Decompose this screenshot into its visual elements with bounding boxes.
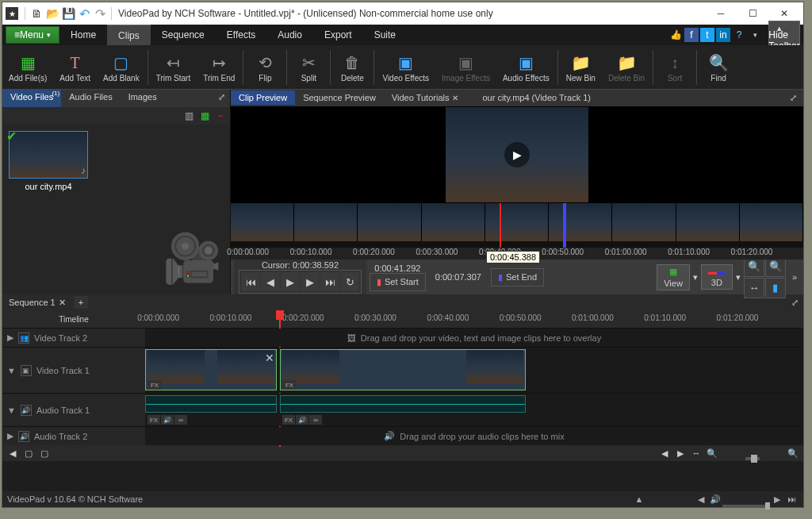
zoom-out-tl-icon[interactable]: 🔍 (705, 448, 719, 459)
3d-dropdown-icon[interactable]: ▾ (736, 272, 741, 283)
next-frame-icon[interactable]: ▶ (301, 272, 320, 291)
track-expand-icon[interactable]: ▶ (7, 333, 13, 343)
tab-sequence-preview[interactable]: Sequence Preview (295, 90, 384, 105)
menu-suite[interactable]: Suite (363, 25, 407, 45)
audio-clip[interactable]: FX🔊∞ (280, 395, 526, 413)
view-dropdown-icon[interactable]: ▾ (693, 272, 698, 283)
tab-video-files[interactable]: Video Files(1) (2, 90, 61, 107)
expand-icon[interactable]: ⤢ (213, 90, 230, 107)
set-start-button[interactable]: ▮Set Start (370, 273, 426, 291)
bin-icon[interactable]: ▥ (182, 110, 195, 122)
scroll-right-icon[interactable]: ▶ (673, 448, 688, 459)
track-expand-icon[interactable]: ▼ (7, 406, 16, 415)
close-icon[interactable]: ✕ (59, 298, 66, 308)
flip-button[interactable]: ⟲Flip (245, 50, 285, 84)
new-bin-button[interactable]: 📁New Bin (560, 50, 602, 84)
tl-square2-icon[interactable]: ▢ (37, 448, 52, 459)
audio-track-2[interactable]: 🔊Drag and drop your audio clips here to … (145, 427, 803, 445)
track-audio-icon[interactable]: 🔊 (21, 405, 32, 416)
end-marker[interactable] (563, 203, 566, 248)
video-track-1[interactable]: ✕ FX FX (145, 348, 803, 393)
status-next-icon[interactable]: ▶ (770, 494, 784, 505)
start-marker[interactable] (500, 203, 501, 248)
tab-images[interactable]: Images (121, 90, 165, 107)
fit-icon[interactable]: ↔ (745, 279, 764, 298)
add-file-button[interactable]: ▦Add File(s) (2, 50, 53, 84)
dropdown-icon[interactable]: ▾ (748, 28, 762, 42)
goto-start-icon[interactable]: ⏮ (241, 272, 260, 291)
track-view-icon[interactable]: ▣ (21, 365, 32, 376)
close-icon[interactable]: ✕ (452, 94, 458, 102)
zoom-fit-icon[interactable]: ↔ (689, 448, 703, 458)
marker-icon[interactable]: ▮ (766, 279, 785, 298)
status-speaker-icon[interactable]: 🔊 (708, 494, 722, 505)
play-overlay-icon[interactable]: ▶ (504, 142, 530, 167)
tab-clip-preview[interactable]: Clip Preview (231, 90, 295, 105)
twitter-icon[interactable]: t (700, 28, 714, 42)
fullscreen-icon[interactable]: ⤢ (783, 90, 803, 106)
new-icon[interactable]: 🗎 (29, 6, 44, 21)
add-blank-button[interactable]: ▢Add Blank (97, 50, 146, 84)
open-icon[interactable]: 📂 (45, 6, 59, 21)
audio-effects-button[interactable]: ▣Audio Effects (496, 50, 556, 84)
like-icon[interactable]: 👍 (668, 28, 683, 42)
track-audio-icon[interactable]: 🔊 (18, 431, 29, 442)
video-clip[interactable]: FX (280, 349, 526, 390)
zoom-slider[interactable] (721, 452, 784, 455)
tab-video-tutorials[interactable]: Video Tutorials✕ (384, 90, 467, 105)
timeline-expand-icon[interactable]: ⤢ (787, 296, 803, 309)
play-icon[interactable]: ▶ (281, 272, 300, 291)
video-preview[interactable]: ▶ (446, 107, 588, 202)
sequence-tab[interactable]: Sequence 1✕ (2, 296, 72, 309)
find-button[interactable]: 🔍Find (699, 50, 738, 84)
audio-clip[interactable]: FX🔊∞ (145, 395, 277, 413)
delete-button[interactable]: 🗑Delete (332, 50, 372, 84)
video-clip[interactable]: ✕ FX (145, 349, 277, 390)
track-users-icon[interactable]: 👥 (18, 333, 29, 344)
undo-icon[interactable]: ↶ (77, 6, 91, 21)
fx-badge[interactable]: FX (282, 380, 297, 390)
status-up-icon[interactable]: ▲ (632, 494, 646, 504)
track-expand-icon[interactable]: ▼ (7, 366, 16, 375)
more-icon[interactable]: » (789, 272, 800, 282)
tl-left-icon[interactable]: ◀ (6, 448, 20, 459)
status-end-icon[interactable]: ⏭ (784, 494, 799, 504)
save-icon[interactable]: 💾 (61, 6, 75, 21)
clip-item[interactable]: our city.mp4 (9, 131, 88, 191)
view-button[interactable]: ▦View (657, 264, 690, 290)
menu-audio[interactable]: Audio (266, 25, 313, 45)
filmstrip[interactable] (231, 203, 803, 248)
tl-square-icon[interactable]: ▢ (21, 448, 36, 459)
audio-track-1[interactable]: FX🔊∞ FX🔊∞ (145, 394, 803, 426)
set-end-button[interactable]: ▮Set End (491, 268, 544, 286)
tab-audio-files[interactable]: Audio Files (61, 90, 120, 107)
video-effects-button[interactable]: ▣Video Effects (376, 50, 435, 84)
menu-export[interactable]: Export (313, 25, 363, 45)
zoom-in-tl-icon[interactable]: 🔍 (786, 448, 800, 459)
prev-frame-icon[interactable]: ◀ (261, 272, 280, 291)
track-expand-icon[interactable]: ▶ (7, 431, 13, 441)
add-text-button[interactable]: TAdd Text (53, 50, 97, 84)
add-sequence-button[interactable]: + (74, 296, 88, 309)
volume-slider[interactable] (722, 498, 770, 501)
timeline-ruler[interactable]: 0:00:00.000 0:00:10.000 0:00:20.000 0:00… (145, 310, 803, 328)
add-folder-icon[interactable]: ▦ (198, 110, 211, 122)
trim-start-button[interactable]: ↤Trim Start (150, 50, 197, 84)
3d-button[interactable]: ▬▬3D (701, 264, 733, 290)
facebook-icon[interactable]: f (684, 28, 699, 42)
redo-icon[interactable]: ↷ (93, 6, 107, 21)
split-button[interactable]: ✂Split (289, 50, 328, 84)
menu-effects[interactable]: Effects (216, 25, 266, 45)
menu-home[interactable]: Home (59, 25, 107, 45)
loop-icon[interactable]: ↻ (340, 272, 359, 291)
delete-folder-icon[interactable]: − (214, 110, 227, 122)
status-left-icon[interactable]: ◀ (694, 494, 708, 505)
goto-end-icon[interactable]: ⏭ (320, 272, 339, 291)
menu-clips[interactable]: Clips (107, 25, 151, 45)
trim-end-button[interactable]: ↦Trim End (197, 50, 241, 84)
playhead[interactable] (276, 310, 284, 320)
linkedin-icon[interactable]: in (716, 28, 730, 42)
video-track-2[interactable]: 🖼Drag and drop your video, text and imag… (145, 329, 803, 347)
menu-button[interactable]: Menu (6, 26, 59, 44)
zoom-in-icon[interactable]: 🔍 (766, 257, 785, 276)
